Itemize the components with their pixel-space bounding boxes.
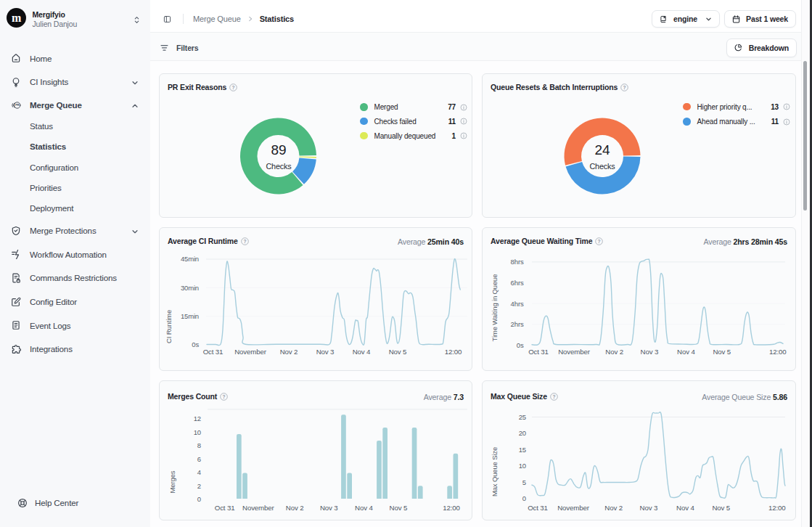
- svg-text:Checks: Checks: [589, 162, 615, 171]
- svg-text:Oct 31: Oct 31: [203, 348, 223, 356]
- svg-text:Nov 4: Nov 4: [677, 348, 695, 356]
- svg-text:6hrs: 6hrs: [511, 279, 524, 287]
- svg-text:2: 2: [197, 482, 201, 490]
- svg-text:20: 20: [519, 429, 526, 437]
- svg-text:8: 8: [197, 441, 201, 449]
- svg-text:15: 15: [519, 446, 526, 454]
- svg-text:November: November: [234, 348, 266, 356]
- svg-text:CI Runtime: CI Runtime: [165, 310, 173, 343]
- svg-text:Time Waiting in Queue: Time Waiting in Queue: [491, 274, 499, 342]
- svg-text:0: 0: [197, 495, 201, 503]
- svg-text:Nov 4: Nov 4: [676, 504, 694, 512]
- svg-text:8hrs: 8hrs: [511, 258, 524, 266]
- svg-text:12:00: 12:00: [768, 504, 786, 512]
- svg-text:Nov 2: Nov 2: [605, 348, 623, 356]
- svg-text:10: 10: [194, 428, 201, 436]
- svg-text:Nov 3: Nov 3: [316, 348, 335, 356]
- svg-text:12:00: 12:00: [769, 348, 787, 356]
- svg-text:0s: 0s: [517, 341, 524, 349]
- svg-text:Oct 31: Oct 31: [215, 504, 235, 512]
- svg-text:Oct 31: Oct 31: [528, 504, 548, 512]
- svg-text:Nov 3: Nov 3: [320, 504, 338, 512]
- svg-text:4: 4: [197, 468, 201, 476]
- svg-text:m: m: [12, 12, 22, 24]
- svg-text:Nov 5: Nov 5: [713, 504, 731, 512]
- svg-text:November: November: [557, 504, 589, 512]
- svg-text:Nov 4: Nov 4: [355, 504, 373, 512]
- svg-text:Nov 2: Nov 2: [286, 504, 304, 512]
- svg-text:Max Queue Size: Max Queue Size: [491, 447, 499, 497]
- svg-text:12: 12: [194, 414, 201, 422]
- svg-text:Nov 3: Nov 3: [640, 504, 658, 512]
- svg-text:6: 6: [197, 455, 201, 463]
- svg-text:5: 5: [522, 478, 526, 486]
- svg-text:Oct 31: Oct 31: [528, 348, 549, 356]
- svg-text:12:00: 12:00: [445, 348, 462, 356]
- svg-text:2hrs: 2hrs: [511, 320, 524, 328]
- svg-text:Nov 2: Nov 2: [280, 348, 298, 356]
- svg-text:Nov 3: Nov 3: [641, 348, 659, 356]
- svg-text:12:00: 12:00: [443, 504, 460, 512]
- svg-text:Nov 4: Nov 4: [353, 348, 371, 356]
- svg-text:25: 25: [519, 413, 526, 421]
- svg-text:4hrs: 4hrs: [511, 300, 524, 308]
- svg-text:Nov 2: Nov 2: [604, 504, 623, 512]
- svg-text:10: 10: [519, 462, 526, 470]
- svg-text:PR: PR: [15, 104, 19, 107]
- svg-text:Nov 5: Nov 5: [390, 504, 408, 512]
- svg-text:Merges: Merges: [168, 470, 176, 493]
- svg-text:Nov 5: Nov 5: [713, 348, 731, 356]
- svg-text:Nov 5: Nov 5: [389, 348, 407, 356]
- svg-text:45min: 45min: [181, 255, 199, 263]
- svg-text:89: 89: [271, 142, 287, 158]
- svg-text:0s: 0s: [192, 340, 199, 348]
- svg-text:30min: 30min: [181, 284, 199, 292]
- svg-text:November: November: [242, 504, 274, 512]
- svg-text:24: 24: [595, 142, 610, 158]
- svg-text:November: November: [558, 348, 590, 356]
- svg-text:15min: 15min: [181, 312, 199, 320]
- svg-text:0: 0: [522, 494, 526, 502]
- svg-text:Checks: Checks: [266, 162, 292, 171]
